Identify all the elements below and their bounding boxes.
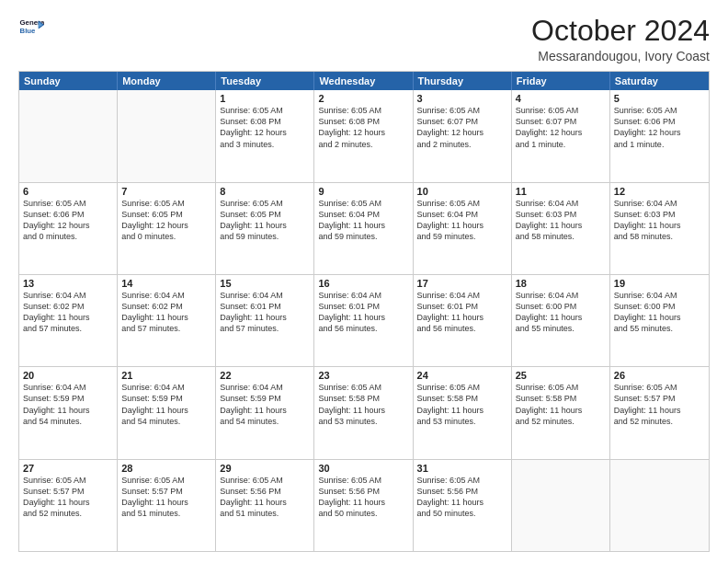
calendar-cell: 10Sunrise: 6:05 AMSunset: 6:04 PMDayligh…	[414, 183, 512, 274]
cell-line: Daylight: 11 hours	[516, 312, 606, 323]
cell-line: Daylight: 11 hours	[614, 405, 705, 416]
cell-line: and 1 minute.	[614, 139, 705, 150]
cell-line: Daylight: 11 hours	[614, 312, 705, 323]
month-title: October 2024	[531, 15, 710, 47]
calendar-cell: 19Sunrise: 6:04 AMSunset: 6:00 PMDayligh…	[610, 275, 709, 366]
cell-line: and 52 minutes.	[614, 416, 705, 427]
calendar-cell: 14Sunrise: 6:04 AMSunset: 6:02 PMDayligh…	[118, 275, 216, 366]
cell-line: and 52 minutes.	[516, 416, 606, 427]
cell-line: Daylight: 11 hours	[220, 405, 310, 416]
cell-line: Daylight: 11 hours	[318, 220, 408, 231]
calendar-cell: 9Sunrise: 6:05 AMSunset: 6:04 PMDaylight…	[314, 183, 413, 274]
cell-line: and 0 minutes.	[121, 231, 211, 242]
calendar-cell: 31Sunrise: 6:05 AMSunset: 5:56 PMDayligh…	[414, 460, 512, 551]
cell-line: Sunrise: 6:04 AM	[614, 198, 705, 209]
day-number: 21	[121, 370, 211, 381]
cell-line: and 0 minutes.	[23, 231, 113, 242]
header: General Blue October 2024 Messarandougou…	[18, 15, 710, 63]
cell-line: Daylight: 11 hours	[220, 312, 310, 323]
day-number: 5	[614, 93, 705, 104]
calendar-cell	[19, 90, 118, 181]
cell-line: Sunrise: 6:05 AM	[417, 105, 507, 116]
cell-line: and 54 minutes.	[23, 416, 113, 427]
calendar-cell: 27Sunrise: 6:05 AMSunset: 5:57 PMDayligh…	[19, 460, 118, 551]
cell-line: Sunrise: 6:05 AM	[417, 475, 507, 486]
calendar-row-4: 27Sunrise: 6:05 AMSunset: 5:57 PMDayligh…	[19, 459, 709, 551]
day-number: 24	[417, 370, 507, 381]
day-number: 6	[23, 186, 113, 197]
cell-line: Sunrise: 6:05 AM	[23, 475, 113, 486]
cell-line: Sunrise: 6:04 AM	[516, 290, 606, 301]
calendar-cell: 22Sunrise: 6:04 AMSunset: 5:59 PMDayligh…	[216, 367, 314, 458]
cell-line: Sunset: 6:04 PM	[318, 209, 408, 220]
day-number: 3	[417, 93, 507, 104]
cell-line: Sunrise: 6:04 AM	[121, 290, 211, 301]
cell-line: Sunrise: 6:04 AM	[23, 382, 113, 393]
cell-line: Sunset: 6:01 PM	[220, 301, 310, 312]
cell-line: Daylight: 11 hours	[318, 312, 408, 323]
title-block: October 2024 Messarandougou, Ivory Coast	[531, 15, 710, 63]
cell-line: Sunrise: 6:05 AM	[220, 105, 310, 116]
cell-line: Sunset: 6:02 PM	[121, 301, 211, 312]
cell-line: Sunset: 5:56 PM	[318, 486, 408, 497]
cell-line: Daylight: 12 hours	[23, 220, 113, 231]
cell-line: Sunrise: 6:05 AM	[614, 382, 705, 393]
cell-line: Sunrise: 6:05 AM	[318, 475, 408, 486]
day-number: 1	[220, 93, 310, 104]
cell-line: Sunset: 6:05 PM	[121, 209, 211, 220]
calendar-cell: 21Sunrise: 6:04 AMSunset: 5:59 PMDayligh…	[118, 367, 216, 458]
cell-line: Sunrise: 6:05 AM	[121, 475, 211, 486]
cell-line: Daylight: 11 hours	[23, 497, 113, 508]
cell-line: Sunrise: 6:04 AM	[614, 290, 705, 301]
day-number: 26	[614, 370, 705, 381]
calendar: SundayMondayTuesdayWednesdayThursdayFrid…	[18, 71, 710, 552]
calendar-cell: 1Sunrise: 6:05 AMSunset: 6:08 PMDaylight…	[216, 90, 314, 181]
cell-line: Daylight: 11 hours	[417, 220, 507, 231]
cell-line: Sunset: 6:00 PM	[614, 301, 705, 312]
day-number: 16	[318, 278, 408, 289]
day-number: 29	[220, 463, 310, 474]
calendar-row-3: 20Sunrise: 6:04 AMSunset: 5:59 PMDayligh…	[19, 366, 709, 458]
cell-line: and 50 minutes.	[318, 508, 408, 519]
cell-line: and 53 minutes.	[417, 416, 507, 427]
cell-line: Sunrise: 6:05 AM	[516, 105, 606, 116]
cell-line: and 55 minutes.	[614, 323, 705, 334]
calendar-header: SundayMondayTuesdayWednesdayThursdayFrid…	[19, 72, 709, 90]
cell-line: Sunset: 6:03 PM	[614, 209, 705, 220]
cell-line: Daylight: 11 hours	[614, 220, 705, 231]
cell-line: Sunset: 6:01 PM	[417, 301, 507, 312]
cell-line: and 51 minutes.	[121, 508, 211, 519]
cell-line: Sunrise: 6:05 AM	[417, 198, 507, 209]
cell-line: Sunset: 5:59 PM	[220, 393, 310, 404]
header-day-wednesday: Wednesday	[314, 72, 413, 90]
cell-line: and 56 minutes.	[417, 323, 507, 334]
day-number: 30	[318, 463, 408, 474]
cell-line: Sunset: 6:08 PM	[318, 116, 408, 127]
calendar-cell: 11Sunrise: 6:04 AMSunset: 6:03 PMDayligh…	[512, 183, 610, 274]
cell-line: Sunrise: 6:04 AM	[516, 198, 606, 209]
cell-line: Sunrise: 6:05 AM	[614, 105, 705, 116]
cell-line: and 1 minute.	[516, 139, 606, 150]
cell-line: Sunset: 6:03 PM	[516, 209, 606, 220]
cell-line: Sunset: 5:58 PM	[516, 393, 606, 404]
cell-line: Sunset: 6:07 PM	[417, 116, 507, 127]
calendar-cell: 2Sunrise: 6:05 AMSunset: 6:08 PMDaylight…	[314, 90, 413, 181]
cell-line: Sunrise: 6:05 AM	[220, 198, 310, 209]
day-number: 19	[614, 278, 705, 289]
cell-line: and 57 minutes.	[121, 323, 211, 334]
day-number: 25	[516, 370, 606, 381]
cell-line: Daylight: 11 hours	[417, 312, 507, 323]
cell-line: and 2 minutes.	[417, 139, 507, 150]
cell-line: Daylight: 11 hours	[23, 405, 113, 416]
cell-line: Daylight: 11 hours	[417, 405, 507, 416]
day-number: 23	[318, 370, 408, 381]
cell-line: and 3 minutes.	[220, 139, 310, 150]
cell-line: Sunrise: 6:05 AM	[121, 198, 211, 209]
day-number: 12	[614, 186, 705, 197]
cell-line: and 52 minutes.	[23, 508, 113, 519]
cell-line: Sunset: 6:07 PM	[516, 116, 606, 127]
cell-line: Sunset: 6:01 PM	[318, 301, 408, 312]
header-day-tuesday: Tuesday	[216, 72, 314, 90]
cell-line: Sunset: 6:06 PM	[614, 116, 705, 127]
cell-line: Sunrise: 6:04 AM	[318, 290, 408, 301]
